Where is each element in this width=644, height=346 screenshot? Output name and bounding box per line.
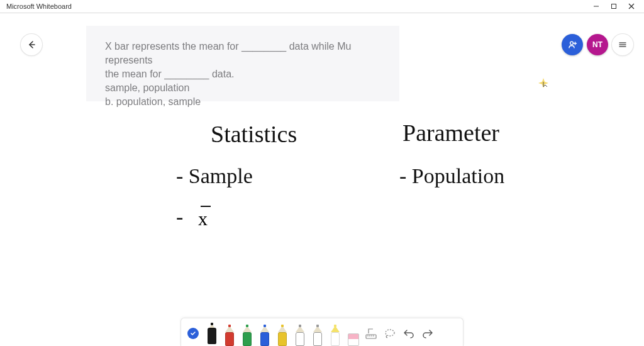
ink-text: Statistics [211,120,297,148]
pen-blue[interactable] [258,323,272,346]
svg-point-17 [386,330,394,336]
pen-black[interactable] [205,321,219,344]
pen-yellow[interactable] [275,323,289,346]
maximize-icon [611,3,617,9]
back-button[interactable] [21,34,42,55]
redo-button[interactable] [420,324,435,343]
undo-icon [403,328,414,339]
user-avatar[interactable]: NT [587,34,608,55]
ink-xbar-symbol: x [198,208,208,230]
highlighter-yellow[interactable] [328,323,342,346]
window-close-button[interactable] [623,0,640,13]
window-minimize-button[interactable] [587,0,605,13]
minimize-icon [593,3,599,9]
text-note-line: b. population, sample [105,95,380,109]
ink-text: - Population [399,164,504,188]
settings-menu-button[interactable] [612,34,633,55]
pen-outline-1[interactable] [293,323,307,346]
lasso-icon [384,327,396,340]
active-tool-check[interactable] [187,328,199,339]
undo-button[interactable] [401,324,416,343]
back-arrow-icon [26,40,36,50]
ink-text: - [176,205,183,229]
invite-button[interactable] [562,34,583,55]
pen-green[interactable] [240,323,254,346]
close-icon [628,3,635,9]
text-note-line: the mean for ________ data. [105,67,380,81]
text-note[interactable]: X bar represents the mean for ________ d… [86,26,399,101]
window-title: Microsoft Whiteboard [6,3,72,10]
pen-toolbar [180,318,464,346]
ruler-tool[interactable] [364,324,379,343]
cursor-indicator [538,78,547,87]
ruler-icon [365,327,377,340]
avatar-initials: NT [592,40,602,49]
check-icon [190,330,196,337]
window-titlebar: Microsoft Whiteboard [0,0,644,13]
text-note-line: sample, population [105,81,380,95]
eraser-tool[interactable] [346,327,360,346]
redo-icon [422,328,433,339]
pen-outline-2[interactable] [311,323,325,346]
svg-rect-12 [366,335,376,338]
svg-rect-1 [612,4,616,9]
text-note-line: X bar represents the mean for ________ d… [105,40,380,67]
person-add-icon [567,40,577,50]
ink-text: Parameter [402,119,499,147]
hamburger-icon [618,40,628,50]
lasso-tool[interactable] [382,324,397,343]
window-maximize-button[interactable] [605,0,623,13]
ink-text: - Sample [176,164,253,188]
whiteboard-canvas[interactable]: NT X bar represents the mean for _______… [0,13,644,318]
pen-red[interactable] [223,323,236,346]
svg-point-5 [570,42,574,45]
